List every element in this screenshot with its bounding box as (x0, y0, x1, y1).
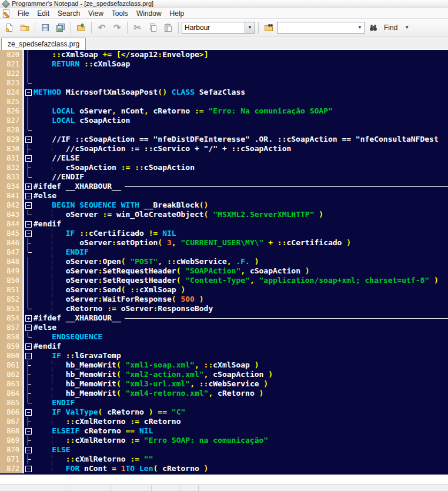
find-in-files-button[interactable] (262, 21, 276, 35)
fold-toggle-icon[interactable] (24, 464, 32, 473)
code-text[interactable]: oServer:Send( ::cXmlSoap ) (32, 285, 448, 295)
code-text[interactable]: #endif (32, 219, 448, 229)
code-text[interactable]: ENDIF (32, 248, 448, 257)
code-text[interactable]: oServer:SetRequestHeader( "Content-Type"… (32, 276, 448, 285)
fold-toggle-icon[interactable] (24, 229, 32, 238)
code-text[interactable]: FOR nCont = 1TO Len( cRetorno ) (32, 464, 448, 473)
code-token: := (107, 304, 121, 313)
code-token: ( (158, 238, 167, 248)
fold-toggle-icon[interactable] (24, 182, 32, 191)
menu-item-edit[interactable]: Edit (33, 9, 54, 18)
tab-active[interactable]: ze_spedsefazclass.prg (1, 38, 86, 50)
fold-toggle-icon[interactable] (24, 408, 32, 417)
line-number: 854 (0, 313, 22, 323)
code-text[interactable]: ELSE (32, 445, 448, 455)
menu-item-window[interactable]: Window (132, 9, 166, 18)
new-document-button[interactable] (2, 21, 16, 35)
fold-toggle-icon[interactable] (24, 153, 32, 163)
code-text[interactable] (32, 69, 448, 78)
code-text[interactable] (32, 125, 448, 135)
code-text[interactable]: oServer:Open( "POST", ::cWebService, .F.… (32, 257, 448, 266)
menu-item-search[interactable]: Search (54, 9, 84, 18)
code-text[interactable]: hb_MemoWrit( "xml3-url.xml", ::cWebServi… (32, 379, 448, 389)
code-text[interactable]: cSoapAction := ::cSoapAction (32, 163, 448, 172)
code-text[interactable]: //IF ::cSoapAction == "nfeDistDFeInteres… (32, 135, 448, 144)
code-text[interactable]: oServer:setOption( 3, "CURRENT_USER\MY\"… (32, 238, 448, 248)
code-text[interactable]: ::cXmlRetorno := "Erro SOAP: na comunica… (32, 436, 448, 445)
search-input[interactable]: ▼ (277, 22, 365, 34)
indent-guide-line (52, 295, 52, 304)
code-text[interactable]: #else (32, 191, 448, 201)
code-text[interactable]: ::cXmlRetorno := "" (32, 455, 448, 464)
menu-item-view[interactable]: View (84, 9, 108, 18)
code-text[interactable]: BEGIN SEQUENCE WITH __BreakBlock() (32, 201, 448, 210)
fold-toggle-icon[interactable] (24, 88, 32, 97)
code-text[interactable]: //ELSE (32, 153, 448, 163)
undo-button[interactable]: ↶ (95, 21, 109, 35)
menu-item-file[interactable]: File (14, 9, 33, 18)
code-text[interactable]: LOCAL oServer, nCont, cRetorno := "Erro:… (32, 106, 448, 116)
line-number: 861 (0, 360, 22, 370)
redo-button[interactable]: ↷ (110, 21, 124, 35)
code-text[interactable]: #else (32, 323, 448, 332)
save-all-button[interactable] (54, 21, 68, 35)
find-button[interactable] (366, 21, 380, 35)
code-text[interactable]: ENDIF (32, 398, 448, 408)
code-text[interactable]: //cSoapAction := ::cServico + "/" + ::cS… (32, 144, 448, 153)
fold-toggle-icon[interactable] (24, 342, 32, 351)
open-project-button[interactable] (74, 21, 88, 35)
code-text[interactable]: ::cXmlSoap += [</soap12:Envelope>] (32, 50, 448, 59)
fold-toggle-icon[interactable] (24, 313, 32, 323)
code-text[interactable]: #endif (32, 342, 448, 351)
code-text[interactable]: oServer := win_OleCreateObject( "MSXML2.… (32, 210, 448, 219)
code-text[interactable]: IF ::cCertificado != NIL (32, 229, 448, 238)
fold-line (24, 172, 32, 182)
menu-item-help[interactable]: Help (166, 9, 189, 18)
code-text[interactable]: oServer:WaitForResponse( 500 ) (32, 295, 448, 304)
scheme-select[interactable]: Harbour ▼ (182, 22, 255, 34)
code-text[interactable] (32, 97, 448, 106)
fold-line (24, 417, 32, 426)
code-text[interactable]: METHOD MicrosoftXmlSoapPost() CLASS Sefa… (32, 88, 448, 97)
code-text[interactable] (32, 78, 448, 88)
code-area[interactable]: 820 ::cXmlSoap += [</soap12:Envelope>]82… (0, 50, 448, 473)
fold-toggle-icon[interactable] (24, 135, 32, 144)
code-text[interactable]: #ifdef __XHARBOUR__ (32, 313, 448, 323)
code-text[interactable]: hb_MemoWrit( "xml2-action.xml", cSoapAct… (32, 370, 448, 379)
menu-item-tools[interactable]: Tools (108, 9, 132, 18)
code-token: cRetorno (34, 304, 107, 313)
code-token: ) (250, 257, 259, 266)
code-text[interactable]: ELSEIF cRetorno == NIL (32, 426, 448, 436)
code-text[interactable]: //ENDIF (32, 172, 448, 182)
code-text[interactable]: RETURN ::cXmlSoap (32, 59, 448, 69)
code-text[interactable]: hb_MemoWrit( "xml1-soap.xml", ::cXmlSoap… (32, 360, 448, 370)
cut-button[interactable]: ✂ (131, 21, 145, 35)
find-dropdown-arrow-icon[interactable]: ▼ (404, 25, 409, 30)
code-token: #else (34, 191, 56, 201)
code-text[interactable]: hb_MemoWrit( "xml4-retorno.xml", cRetorn… (32, 389, 448, 398)
code-text[interactable]: IF ValType( cRetorno ) == "C" (32, 408, 448, 417)
fold-toggle-icon[interactable] (24, 219, 32, 229)
horizontal-scrollbar-area[interactable] (0, 475, 448, 485)
fold-toggle-icon[interactable] (24, 426, 32, 436)
code-text[interactable]: cRetorno := oServer:ResponseBody (32, 304, 448, 313)
code-text[interactable]: oServer:SetRequestHeader( "SOAPAction", … (32, 266, 448, 276)
fold-toggle-icon[interactable] (24, 351, 32, 360)
open-file-button[interactable] (18, 21, 32, 35)
save-button[interactable] (38, 21, 52, 35)
code-text[interactable]: IF ::lGravaTemp (32, 351, 448, 360)
code-text[interactable]: ::cXmlRetorno := cRetorno (32, 417, 448, 426)
code-text[interactable]: ENDSEQUENCE (32, 332, 448, 342)
code-token: :: (84, 59, 93, 69)
paste-button[interactable] (161, 21, 175, 35)
fold-toggle-icon[interactable] (24, 191, 32, 201)
fold-toggle-icon[interactable] (24, 323, 32, 332)
copy-button[interactable] (146, 21, 160, 35)
find-label[interactable]: Find (384, 24, 397, 32)
code-text[interactable]: LOCAL cSoapAction (32, 116, 448, 125)
fold-toggle-icon[interactable] (24, 445, 32, 455)
code-text[interactable]: #ifdef __XHARBOUR__ (32, 182, 448, 191)
code-token: nCont (116, 106, 144, 116)
code-editor[interactable]: 820 ::cXmlSoap += [</soap12:Envelope>]82… (0, 50, 448, 475)
fold-toggle-icon[interactable] (24, 201, 32, 210)
